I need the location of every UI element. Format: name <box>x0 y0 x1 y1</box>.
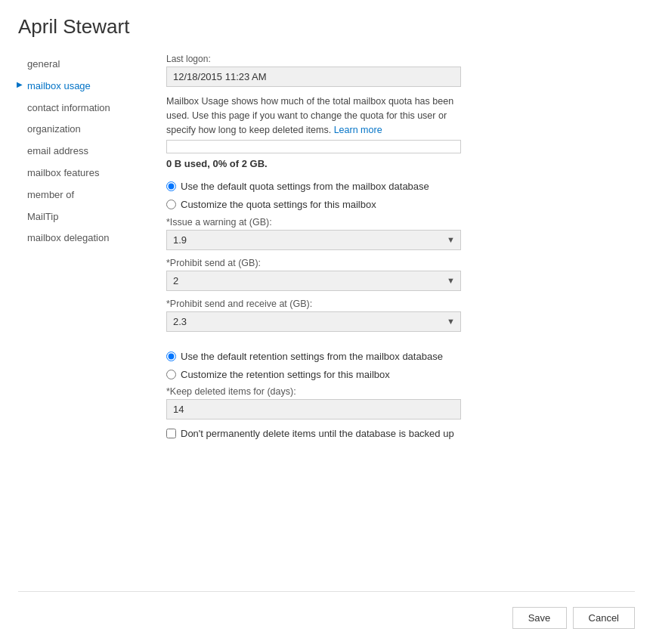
retention-custom-radio[interactable] <box>166 370 176 379</box>
sidebar-item-label-mailbox-usage: mailbox usage <box>27 80 91 91</box>
keep-deleted-input[interactable]: 14 <box>166 399 461 420</box>
retention-default-label: Use the default retention settings from … <box>181 350 443 364</box>
prohibit-send-receive-label: *Prohibit send and receive at (GB): <box>166 299 461 309</box>
quota-custom-label: Customize the quota settings for this ma… <box>181 198 376 212</box>
prohibit-send-select[interactable]: 2 <box>166 271 461 291</box>
main-content: Last logon: 12/18/2015 11:23 AM Mailbox … <box>154 54 635 576</box>
last-logon-label: Last logon: <box>166 54 635 64</box>
prohibit-send-label: *Prohibit send at (GB): <box>166 258 461 268</box>
retention-section: Use the default retention settings from … <box>166 350 635 441</box>
warning-dropdown-wrapper: 1.9 ▼ <box>166 230 461 250</box>
quota-default-radio[interactable] <box>166 181 176 191</box>
prohibit-send-dropdown-wrapper: 2 ▼ <box>166 271 461 291</box>
description-text: Mailbox Usage shows how much of the tota… <box>166 94 461 137</box>
prohibit-send-receive-dropdown-group: *Prohibit send and receive at (GB): 2.3 … <box>166 299 461 332</box>
no-permanent-delete-checkbox[interactable] <box>166 429 176 438</box>
quota-section: Use the default quota settings from the … <box>166 180 635 331</box>
quota-custom-radio-row: Customize the quota settings for this ma… <box>166 198 461 212</box>
sidebar: general mailbox usage contact informatio… <box>18 54 154 576</box>
sidebar-item-email-address[interactable]: email address <box>18 141 142 163</box>
warning-select[interactable]: 1.9 <box>166 230 461 250</box>
sidebar-item-label-mailbox-delegation: mailbox delegation <box>27 232 109 243</box>
sidebar-item-label-general: general <box>27 58 60 70</box>
sidebar-item-label-member-of: member of <box>27 189 74 200</box>
retention-custom-radio-row: Customize the retention settings for thi… <box>166 368 461 382</box>
body: general mailbox usage contact informatio… <box>18 54 635 576</box>
quota-default-radio-row: Use the default quota settings from the … <box>166 180 461 194</box>
sidebar-item-mailbox-usage[interactable]: mailbox usage <box>18 76 142 98</box>
sidebar-item-label-organization: organization <box>27 123 81 135</box>
usage-text: 0 B used, 0% of 2 GB. <box>166 158 635 169</box>
sidebar-item-mailtip[interactable]: MailTip <box>18 206 142 228</box>
retention-default-radio-row: Use the default retention settings from … <box>166 350 461 364</box>
warning-dropdown-group: *Issue a warning at (GB): 1.9 ▼ <box>166 217 461 250</box>
save-button[interactable]: Save <box>512 607 567 629</box>
dialog: April Stewart general mailbox usage cont… <box>0 0 653 644</box>
progress-bar-container <box>166 140 461 153</box>
keep-deleted-label: *Keep deleted items for (days): <box>166 386 461 397</box>
last-logon-value: 12/18/2015 11:23 AM <box>166 67 461 87</box>
sidebar-item-mailbox-delegation[interactable]: mailbox delegation <box>18 228 142 249</box>
sidebar-item-organization[interactable]: organization <box>18 119 142 141</box>
prohibit-send-receive-select[interactable]: 2.3 <box>166 311 461 332</box>
sidebar-item-label-mailbox-features: mailbox features <box>27 167 99 178</box>
sidebar-item-contact-information[interactable]: contact information <box>18 98 142 119</box>
sidebar-item-label-email-address: email address <box>27 145 88 156</box>
sidebar-item-label-mailtip: MailTip <box>27 211 58 222</box>
sidebar-item-general[interactable]: general <box>18 54 142 76</box>
learn-more-link[interactable]: Learn more <box>334 125 382 135</box>
no-permanent-delete-row: Don't permanently delete items until the… <box>166 427 461 441</box>
retention-custom-label: Customize the retention settings for thi… <box>181 368 390 382</box>
footer: Save Cancel <box>18 591 635 629</box>
keep-deleted-group: *Keep deleted items for (days): 14 <box>166 386 461 420</box>
quota-default-label: Use the default quota settings from the … <box>181 180 429 194</box>
retention-default-radio[interactable] <box>166 351 176 361</box>
cancel-button[interactable]: Cancel <box>573 607 635 629</box>
section-divider <box>166 339 635 350</box>
no-permanent-delete-label: Don't permanently delete items until the… <box>181 427 454 441</box>
page-title: April Stewart <box>18 15 635 39</box>
prohibit-send-receive-dropdown-wrapper: 2.3 ▼ <box>166 311 461 332</box>
sidebar-item-member-of[interactable]: member of <box>18 184 142 206</box>
warning-label: *Issue a warning at (GB): <box>166 217 461 228</box>
prohibit-send-dropdown-group: *Prohibit send at (GB): 2 ▼ <box>166 258 461 291</box>
quota-custom-radio[interactable] <box>166 200 176 209</box>
sidebar-item-label-contact-information: contact information <box>27 102 110 113</box>
sidebar-item-mailbox-features[interactable]: mailbox features <box>18 163 142 184</box>
